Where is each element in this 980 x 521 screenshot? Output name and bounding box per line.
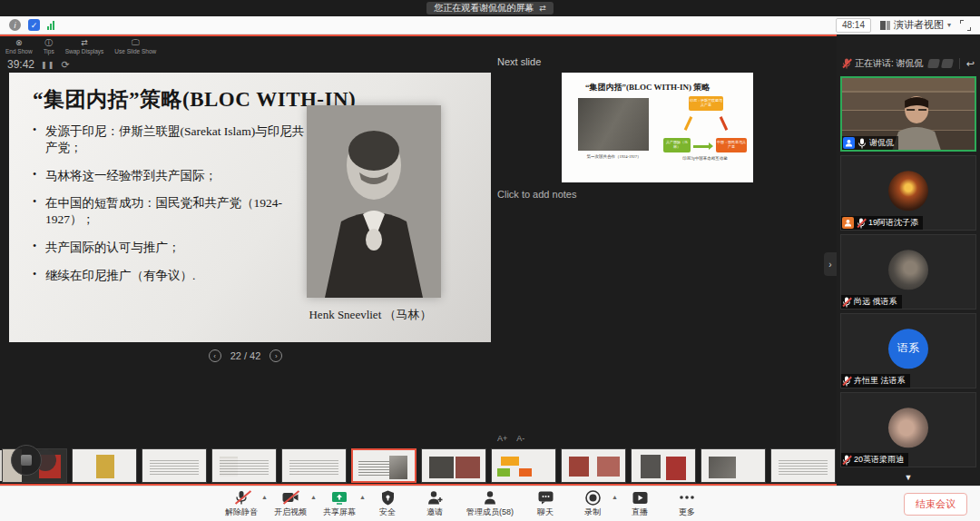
participant-name: 19阿语沈子添: [868, 217, 918, 229]
more-icon: [679, 489, 695, 506]
next-slide-preview[interactable]: “集团内括”(BLOC WITH-IN) 策略 第一次国共合作（1924-192…: [562, 73, 753, 182]
slide-thumbnail[interactable]: [770, 448, 836, 483]
sidebar-header: 正在讲话: 谢侃侃 ↩: [837, 53, 980, 74]
share-options-caret[interactable]: ▲: [359, 494, 366, 500]
mic-muted-icon: [842, 297, 851, 308]
share-screen-label: 共享屏幕: [323, 506, 356, 518]
font-increase-button[interactable]: A+: [497, 434, 507, 443]
record-options-caret[interactable]: ▲: [612, 494, 618, 500]
mic-muted-icon: [857, 218, 866, 229]
back-arrow-icon[interactable]: ↩: [966, 58, 975, 70]
invite-button[interactable]: 邀请: [419, 489, 450, 518]
unmute-label: 解除静音: [225, 506, 258, 518]
participants-sidebar: 正在讲话: 谢侃侃 ↩: [837, 34, 980, 486]
floating-widget[interactable]: [11, 445, 42, 476]
use-slide-show-label: Use Slide Show: [114, 48, 156, 54]
use-slide-show-button[interactable]: 🖵 Use Slide Show: [114, 39, 156, 54]
swap-icon[interactable]: ⇄: [539, 2, 546, 15]
participant-name-chip: 尚远 俄语系: [841, 295, 902, 309]
start-video-button[interactable]: 开启视频 ▲: [274, 489, 307, 518]
diagram-left-box: 共产国际（马林）: [663, 138, 691, 152]
slide-filmstrip: [0, 447, 837, 484]
start-video-label: 开启视频: [274, 506, 307, 518]
current-slide[interactable]: “集团内括”策略(BLOC WITH-IN) 发源于印尼：伊斯兰联盟(Sarek…: [9, 73, 491, 342]
participant-avatar-icon: [842, 217, 854, 229]
screenshare-border-top: [0, 34, 980, 36]
participant-name-chip: 卉恒里 法语系: [841, 374, 910, 388]
view-mode-dropdown[interactable]: 演讲者视图 ▾: [880, 18, 951, 32]
video-options-caret[interactable]: ▲: [310, 494, 317, 500]
share-screen-button[interactable]: 共享屏幕 ▲: [323, 489, 356, 518]
chevron-down-icon: ▾: [947, 21, 951, 29]
chat-button[interactable]: 聊天: [530, 489, 561, 518]
slide-thumbnail[interactable]: [491, 448, 556, 483]
slide-thumbnail-current[interactable]: [351, 448, 416, 483]
participant-tile[interactable]: 语系 卉恒里 法语系: [840, 313, 976, 388]
diagram-caption: 印尼与中国革命相互借鉴: [660, 156, 750, 161]
use-slide-show-icon: 🖵: [132, 39, 140, 47]
font-decrease-button[interactable]: A-: [516, 434, 524, 443]
tips-icon: ⓘ: [44, 39, 53, 47]
manage-members-button[interactable]: 管理成员(58): [466, 489, 514, 518]
participant-name: 卉恒里 法语系: [854, 375, 906, 387]
end-show-button[interactable]: ⊗ End Show: [5, 39, 33, 54]
avatar: [888, 250, 928, 290]
tips-button[interactable]: ⓘ Tips: [44, 39, 54, 54]
security-shield-icon[interactable]: ✓: [28, 19, 40, 31]
muted-mic-icon: [842, 58, 851, 69]
live-stream-label: 直播: [632, 506, 648, 518]
fullscreen-icon[interactable]: [960, 20, 971, 31]
slide-thumbnail[interactable]: [561, 448, 626, 483]
slide-bullet: 继续在印尼推广（有争议）.: [33, 268, 305, 284]
security-label: 安全: [379, 506, 396, 518]
pause-timer-icon[interactable]: ❚❚: [41, 61, 54, 69]
participant-tiles: 谢侃侃 19阿语沈子添: [837, 74, 980, 467]
timer-value: 39:42: [7, 58, 34, 71]
participant-tile[interactable]: 尚远 俄语系: [840, 234, 976, 310]
avatar-text: 语系: [897, 340, 919, 356]
invite-label: 邀请: [426, 506, 443, 518]
live-stream-button[interactable]: 直播: [624, 489, 655, 518]
next-slide-diagram: 印尼：伊斯兰联盟与共产党 共产国际（马林） 中国：国民党与共产党: [663, 96, 747, 156]
notes-placeholder[interactable]: Click to add notes: [497, 189, 576, 200]
participant-tile[interactable]: 19阿语沈子添: [840, 155, 976, 231]
more-button[interactable]: 更多: [671, 489, 702, 518]
unmute-button[interactable]: 解除静音 ▲: [225, 489, 258, 518]
slide-thumbnail[interactable]: [211, 448, 277, 483]
slide-thumbnail[interactable]: [72, 448, 137, 483]
mic-muted-icon: [842, 376, 851, 387]
watching-screen-pill[interactable]: 您正在观看谢侃侃的屏幕 ⇄: [426, 2, 554, 15]
slide-thumbnail[interactable]: [281, 448, 347, 483]
diagram-arrow-right: [720, 116, 728, 131]
scroll-down-icon[interactable]: ▼: [905, 473, 913, 482]
info-icon[interactable]: i: [9, 19, 21, 31]
slide-thumbnail[interactable]: [701, 448, 766, 483]
shield-icon: [381, 489, 395, 506]
participant-tile[interactable]: 20英语梁雨迪: [840, 392, 976, 467]
mic-options-caret[interactable]: ▲: [261, 494, 268, 500]
previous-slide-button[interactable]: ‹: [209, 349, 221, 362]
end-show-icon: ⊗: [15, 39, 23, 47]
sidebar-collapse-button[interactable]: ›: [824, 252, 837, 276]
slide-thumbnail[interactable]: [421, 448, 486, 483]
swap-displays-icon: ⇄: [81, 39, 88, 47]
next-slide-button[interactable]: ›: [270, 349, 282, 362]
slide-thumbnail[interactable]: [631, 448, 696, 483]
meeting-toolbar: 解除静音 ▲ 开启视频 ▲ 共享屏幕 ▲: [0, 486, 980, 521]
participant-tile-speaker[interactable]: 谢侃侃: [840, 76, 976, 152]
diagram-arrow-left: [684, 116, 692, 131]
swap-displays-button[interactable]: ⇄ Swap Displays: [65, 39, 104, 54]
reset-timer-icon[interactable]: ⟳: [61, 59, 69, 71]
end-meeting-button[interactable]: 结束会议: [904, 493, 967, 516]
security-button[interactable]: 安全: [372, 489, 403, 518]
record-button[interactable]: 录制 ▲: [577, 489, 608, 518]
slide-bullet-list: 发源于印尼：伊斯兰联盟(Sarekat Islam)与印尼共产党； 马林将这一经…: [33, 123, 305, 284]
group-photo-caption: 第一次国共合作（1924-1927）: [571, 154, 657, 159]
slide-bullet: 发源于印尼：伊斯兰联盟(Sarekat Islam)与印尼共产党；: [33, 123, 305, 156]
meeting-window: 您正在观看谢侃侃的屏幕 ⇄ i ✓ 48:14 演讲者视图 ▾ ⊗ End Sh…: [0, 0, 980, 521]
slide-thumbnail[interactable]: [142, 448, 207, 483]
next-slide-title: “集团内括”(BLOC WITH-IN) 策略: [562, 73, 753, 93]
avatar: [888, 408, 928, 447]
chat-icon: [538, 489, 554, 506]
widget-icon: [21, 455, 32, 466]
